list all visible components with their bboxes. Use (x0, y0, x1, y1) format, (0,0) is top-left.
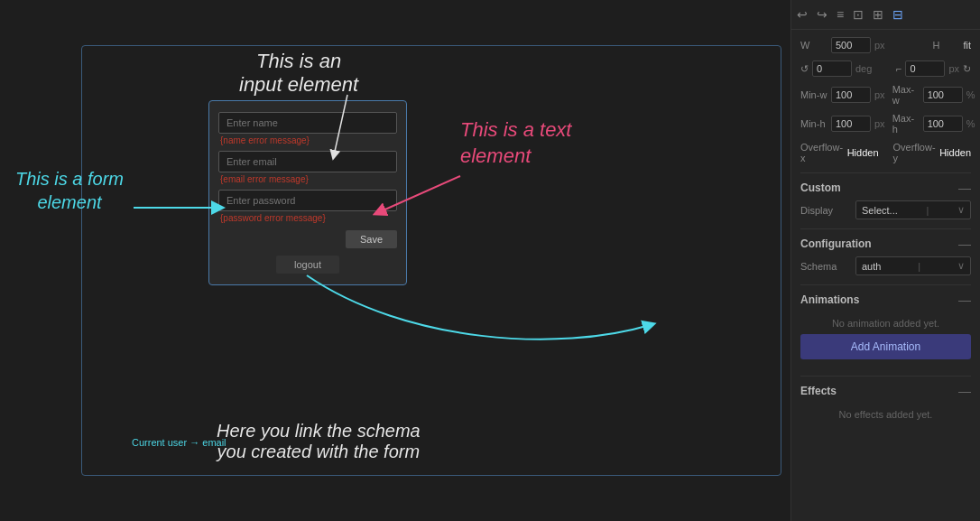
display-row: Display Select... | ∨ (800, 200, 971, 219)
email-error-text: {email error message} (218, 172, 397, 186)
toolbar-icon-active[interactable]: ⊟ (892, 7, 903, 22)
corner-input[interactable] (905, 60, 945, 77)
display-label: Display (800, 205, 850, 216)
save-row: Save (218, 230, 397, 248)
height-value: fit (963, 40, 971, 51)
config-section-header: Configuration — (800, 228, 971, 251)
schema-row: Schema auth | ∨ (800, 256, 971, 275)
toolbar-icon-2[interactable]: ↪ (817, 7, 827, 22)
name-field-group: {name error message} (218, 112, 397, 147)
display-caret-icon: ∨ (957, 204, 965, 216)
email-field-group: {email error message} (218, 151, 397, 186)
max-h-input[interactable] (923, 116, 963, 132)
width-input[interactable] (831, 37, 871, 53)
min-h-unit: px (874, 118, 885, 129)
rotation-icon: ↺ (800, 63, 809, 75)
panel-body: W px H fit ↺ deg ⌐ px ↻ Min-w px Max-w % (791, 30, 980, 521)
max-w-unit: % (966, 89, 975, 100)
config-section-title: Configuration (800, 237, 872, 250)
refresh-icon[interactable]: ↻ (963, 63, 971, 75)
toolbar-icon-down[interactable]: ⊡ (853, 7, 864, 22)
width-label: W (800, 40, 827, 51)
effects-section-title: Effects (800, 385, 837, 397)
schema-pipe: | (918, 261, 920, 272)
min-w-label: Min-w (800, 89, 827, 100)
rotation-corner-row: ↺ deg ⌐ px ↻ (800, 60, 971, 77)
overflow-row: Overflow-x Hidden Overflow-y Hidden (800, 142, 971, 163)
custom-collapse-icon[interactable]: — (958, 181, 971, 195)
add-animation-button[interactable]: Add Animation (800, 334, 971, 359)
animations-collapse-icon[interactable]: — (958, 293, 971, 307)
effects-collapse-icon[interactable]: — (958, 384, 971, 398)
canvas-area: {name error message} {email error messag… (0, 0, 790, 521)
schema-select-value: auth (862, 261, 881, 272)
min-max-w-row: Min-w px Max-w % (800, 84, 971, 106)
corner-unit: px (948, 63, 959, 74)
animations-section-title: Animations (800, 293, 859, 306)
password-field-group: {password error message} (218, 190, 397, 225)
min-h-label: Min-h (800, 118, 827, 129)
height-label: H (932, 40, 959, 51)
name-input[interactable] (218, 112, 397, 134)
overflow-y-label: Overflow-y (893, 142, 937, 163)
logout-button[interactable]: logout (276, 256, 339, 274)
corner-icon: ⌐ (896, 63, 901, 74)
name-error-text: {name error message} (218, 134, 397, 147)
schema-select[interactable]: auth | ∨ (855, 256, 971, 275)
right-panel: ↩ ↪ ≡ ⊡ ⊞ ⊟ W px H fit ↺ deg ⌐ px ↻ (790, 0, 980, 521)
no-effects-text: No effects added yet. (800, 404, 971, 425)
current-user-label: Current user → email (132, 437, 227, 448)
save-button[interactable]: Save (346, 230, 397, 248)
overflow-x-item: Overflow-x Hidden (800, 142, 879, 163)
config-collapse-icon[interactable]: — (958, 237, 971, 251)
display-select[interactable]: Select... | ∨ (855, 200, 971, 219)
email-input[interactable] (218, 151, 397, 172)
width-height-row: W px H fit (800, 37, 971, 53)
max-h-unit: % (966, 118, 975, 129)
max-h-label: Max-h (892, 113, 920, 135)
form-canvas-wrapper: {name error message} {email error messag… (81, 45, 781, 476)
min-h-input[interactable] (831, 116, 871, 132)
overflow-y-item: Overflow-y Hidden (893, 142, 972, 163)
animations-section-header: Animations — (800, 284, 971, 307)
custom-section-title: Custom (800, 181, 841, 194)
display-pipe: | (926, 205, 929, 216)
overflow-x-value: Hidden (847, 147, 879, 158)
schema-label: Schema (800, 261, 850, 272)
panel-toolbar: ↩ ↪ ≡ ⊡ ⊞ ⊟ (791, 0, 980, 30)
no-animation-text: No animation added yet. (800, 312, 971, 334)
min-w-input[interactable] (831, 87, 871, 103)
min-w-unit: px (874, 89, 885, 100)
password-error-text: {password error message} (218, 211, 397, 225)
form-element[interactable]: {name error message} {email error messag… (208, 100, 407, 285)
logout-row: logout (218, 256, 397, 274)
custom-section-header: Custom — (800, 172, 971, 195)
rotation-input[interactable] (812, 60, 852, 77)
toolbar-icon-1[interactable]: ↩ (797, 7, 808, 22)
overflow-y-value: Hidden (939, 147, 971, 158)
schema-caret-icon: ∨ (957, 260, 965, 272)
effects-section-header: Effects — (800, 376, 971, 398)
password-input[interactable] (218, 190, 397, 211)
toolbar-icon-grid[interactable]: ⊞ (873, 7, 883, 22)
display-select-value: Select... (862, 205, 898, 216)
max-w-input[interactable] (923, 87, 963, 103)
max-w-label: Max-w (892, 84, 920, 106)
min-max-h-row: Min-h px Max-h % (800, 113, 971, 135)
toolbar-icon-align[interactable]: ≡ (837, 7, 844, 22)
rotation-unit: deg (855, 63, 872, 74)
width-unit: px (874, 40, 885, 51)
overflow-x-label: Overflow-x (800, 142, 844, 163)
